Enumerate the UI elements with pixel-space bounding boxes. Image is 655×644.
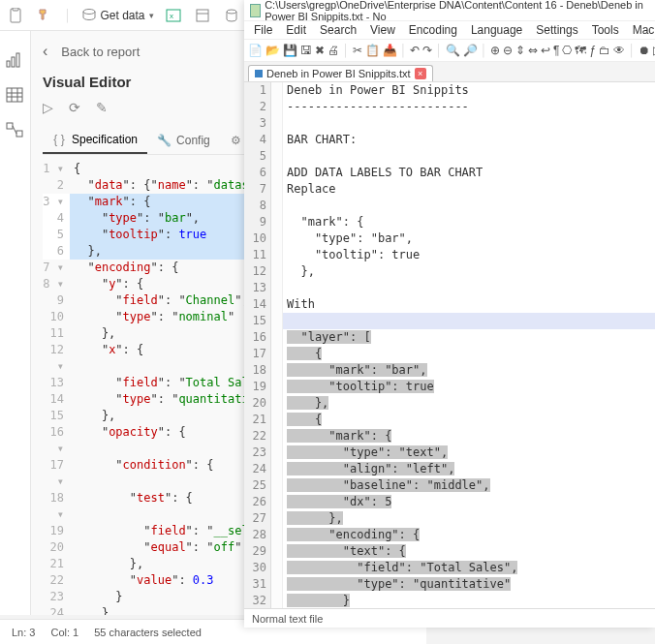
npp-line: 3 xyxy=(244,115,655,132)
line-text: { xyxy=(283,412,655,428)
npp-menu-macro[interactable]: Macro xyxy=(627,22,655,38)
npp-line: 22 "mark": { xyxy=(244,428,655,445)
cut-icon[interactable]: ✂ xyxy=(353,43,362,58)
data-hub-icon[interactable] xyxy=(193,6,212,25)
find-icon[interactable]: 🔍 xyxy=(446,43,460,58)
line-number: 5 xyxy=(244,148,271,165)
fold-toggle-icon xyxy=(271,593,283,608)
line-number: 10 xyxy=(244,230,271,247)
edit-icon[interactable]: ✎ xyxy=(96,100,108,115)
tab-specification[interactable]: { } Specification xyxy=(43,127,147,154)
line-text: "layer": [ xyxy=(283,329,655,346)
sync-h-icon[interactable]: ⇔ xyxy=(528,43,538,58)
line-text: "mark": { xyxy=(283,428,655,445)
line-text: "mark": { xyxy=(283,214,655,230)
npp-line: 25 "baseline": "middle", xyxy=(244,477,655,494)
svg-line-20 xyxy=(13,126,16,134)
open-file-icon[interactable]: 📂 xyxy=(265,43,280,58)
line-text: "field": "Total Sales", xyxy=(283,560,655,576)
npp-menu-view[interactable]: View xyxy=(364,22,401,38)
code-icon: { } xyxy=(52,133,66,146)
line-text: "mark": "bar", xyxy=(283,362,655,379)
line-number: 21 xyxy=(244,412,271,428)
npp-titlebar[interactable]: C:\Users\gregp\OneDrive\Enterprise DNA\C… xyxy=(244,0,655,21)
new-file-icon[interactable]: 📄 xyxy=(248,43,263,58)
close-tab-icon[interactable]: × xyxy=(415,68,426,79)
npp-status-filetype: Normal text file xyxy=(252,613,323,625)
npp-line: 17 { xyxy=(244,346,655,362)
folder-view-icon[interactable]: 🗀 xyxy=(599,43,610,58)
npp-editor[interactable]: 1Deneb in Power BI Snippits2------------… xyxy=(244,81,655,608)
npp-line: 11 "tooltip": true xyxy=(244,247,655,263)
line-text: BAR CHART: xyxy=(283,132,655,148)
excel-icon[interactable]: x xyxy=(164,6,183,25)
tab-config[interactable]: 🔧 Config xyxy=(147,127,220,154)
line-number: 32 xyxy=(244,593,271,608)
line-text: "type": "text", xyxy=(283,445,655,461)
line-number: 26 xyxy=(244,494,271,510)
monitor-icon[interactable]: 👁 xyxy=(613,43,625,58)
line-number: 9 xyxy=(244,214,271,230)
npp-line: 16 "layer": [ xyxy=(244,329,655,346)
npp-tab-label: Deneb in Power BI Snippits.txt xyxy=(266,68,411,79)
record-macro-icon[interactable]: ⏺ xyxy=(639,43,650,58)
sql-icon[interactable] xyxy=(222,6,241,25)
show-all-chars-icon[interactable]: ¶ xyxy=(553,43,559,58)
sync-v-icon[interactable]: ⇕ xyxy=(515,43,525,58)
npp-menu-search[interactable]: Search xyxy=(314,22,362,38)
format-painter-icon[interactable] xyxy=(35,6,54,25)
back-to-report[interactable]: Back to report xyxy=(61,45,140,59)
redo-icon[interactable]: ↷ xyxy=(422,43,432,58)
fold-toggle-icon xyxy=(271,510,283,527)
report-view-icon[interactable] xyxy=(6,52,25,70)
line-number: 4 xyxy=(244,132,271,148)
npp-menu-encoding[interactable]: Encoding xyxy=(403,22,463,38)
notepad-plus-plus-window: C:\Users\gregp\OneDrive\Enterprise DNA\C… xyxy=(244,0,655,628)
model-view-icon[interactable] xyxy=(6,122,25,139)
pbi-view-switcher xyxy=(0,31,31,615)
print-icon[interactable]: 🖨 xyxy=(328,43,339,58)
npp-line: 8 xyxy=(244,198,655,214)
npp-line: 32 } xyxy=(244,593,655,608)
npp-line: 4BAR CHART: xyxy=(244,132,655,148)
play-icon[interactable]: ▷ xyxy=(43,100,53,115)
npp-line: 10 "type": "bar", xyxy=(244,230,655,247)
func-list-icon[interactable]: ƒ xyxy=(589,43,596,58)
npp-line: 30 "field": "Total Sales", xyxy=(244,560,655,576)
indent-guide-icon[interactable]: ⎔ xyxy=(562,43,572,58)
npp-line: 20 }, xyxy=(244,395,655,412)
zoom-in-icon[interactable]: ⊕ xyxy=(490,43,500,58)
undo-icon[interactable]: ↶ xyxy=(410,43,420,58)
zoom-out-icon[interactable]: ⊖ xyxy=(503,43,513,58)
line-text: }, xyxy=(283,263,655,280)
line-number: 15 xyxy=(244,313,271,329)
npp-menu-file[interactable]: File xyxy=(248,22,278,38)
line-text xyxy=(283,198,655,214)
close-file-icon[interactable]: ✖ xyxy=(315,43,325,58)
line-text: "dx": 5 xyxy=(283,494,655,510)
refresh-icon[interactable]: ⟳ xyxy=(69,100,80,115)
fold-toggle-icon xyxy=(271,477,283,494)
copy-icon[interactable]: 📋 xyxy=(365,43,380,58)
line-text: "tooltip": true xyxy=(283,247,655,263)
npp-menu-edit[interactable]: Edit xyxy=(280,22,312,38)
doc-map-icon[interactable]: 🗺 xyxy=(575,43,586,58)
npp-menu-settings[interactable]: Settings xyxy=(530,22,583,38)
fold-toggle-icon xyxy=(271,428,283,445)
wordwrap-icon[interactable]: ↩ xyxy=(541,43,550,58)
npp-menu-language[interactable]: Language xyxy=(465,22,528,38)
npp-tab-active[interactable]: Deneb in Power BI Snippits.txt × xyxy=(248,65,433,81)
save-icon[interactable]: 💾 xyxy=(283,43,297,58)
line-number: 22 xyxy=(244,428,271,445)
npp-menu-tools[interactable]: Tools xyxy=(586,22,625,38)
get-data-button[interactable]: Get data ▾ xyxy=(81,8,154,23)
svg-point-2 xyxy=(83,9,95,14)
back-arrow-icon[interactable]: ‹ xyxy=(43,43,47,60)
data-view-icon[interactable] xyxy=(6,87,25,105)
svg-rect-13 xyxy=(7,88,22,102)
line-text: Replace xyxy=(283,181,655,198)
clipboard-icon[interactable] xyxy=(6,6,25,25)
paste-icon[interactable]: 📥 xyxy=(383,43,397,58)
save-all-icon[interactable]: 🖫 xyxy=(300,43,312,58)
replace-icon[interactable]: 🔎 xyxy=(463,43,478,58)
